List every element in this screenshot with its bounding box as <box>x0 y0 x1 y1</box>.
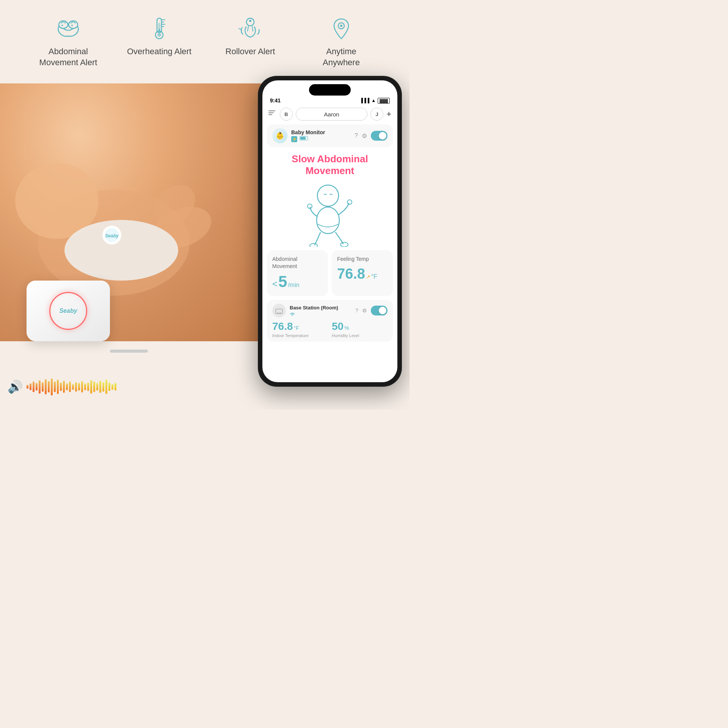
base-station-area: Seaby <box>15 281 129 364</box>
base-temp-value: 76.8 <box>272 320 293 333</box>
signal-icon: ▐▐▐ <box>360 98 370 103</box>
svg-point-2 <box>61 25 63 26</box>
svg-rect-7 <box>158 23 160 30</box>
dynamic-island <box>309 84 351 96</box>
feature-abdominal-label: Abdominal Movement Alert <box>34 46 102 68</box>
stat-unit-movement: /min <box>288 282 299 289</box>
base-controls: ? ⚙ <box>355 306 388 315</box>
baby-animation <box>262 180 397 249</box>
base-toggle-knob <box>379 307 386 314</box>
stat-card-movement: AbdominalMovement < 5 /min <box>267 250 328 296</box>
stat-card-temp: Feeling Temp 76.8 ↗ °F <box>332 250 393 296</box>
phone-frame: 9:41 ▐▐▐ ▲ ▓▓▓ B Aaron J + 👶 <box>258 76 402 387</box>
svg-point-3 <box>71 25 73 26</box>
base-station-device: Seaby <box>27 281 110 341</box>
svg-point-8 <box>157 33 161 37</box>
phone-container: 9:41 ▐▐▐ ▲ ▓▓▓ B Aaron J + 👶 <box>258 76 402 387</box>
device-info: Baby Monitor ⚡ <box>291 129 351 142</box>
base-settings-icon[interactable]: ⚙ <box>362 308 367 314</box>
status-bar: 9:41 ▐▐▐ ▲ ▓▓▓ <box>262 97 397 105</box>
base-temp-label: Indoor Temperature <box>272 333 328 338</box>
base-station-sub <box>290 311 351 316</box>
svg-point-12 <box>340 25 342 27</box>
alert-section: Slow AbdominalMovement <box>262 149 397 180</box>
location-icon <box>328 15 355 42</box>
feature-rollover-label: Rollover Alert <box>226 46 275 57</box>
stat-value-temp: 76.8 <box>337 266 365 282</box>
feature-overheating-label: Overheating Alert <box>127 46 191 57</box>
rollover-icon <box>237 15 264 42</box>
help-icon[interactable]: ? <box>355 132 358 139</box>
nav-name-pill[interactable]: Aaron <box>296 108 367 121</box>
feature-icons-row: Abdominal Movement Alert Overheating Ale… <box>0 0 410 68</box>
app-nav-bar: B Aaron J + <box>262 105 397 123</box>
base-stat-humidity: 50 % Humidity Level <box>332 320 388 338</box>
settings-icon[interactable]: ⚙ <box>362 132 367 140</box>
stats-section: AbdominalMovement < 5 /min Feeling Temp … <box>267 250 393 296</box>
svg-point-25 <box>317 207 339 234</box>
device-controls: ? ⚙ <box>355 131 388 141</box>
stat-value-movement: 5 <box>278 273 287 291</box>
wave-bars <box>27 375 116 398</box>
svg-point-24 <box>317 185 339 206</box>
svg-point-17 <box>64 220 178 281</box>
svg-point-26 <box>308 204 312 209</box>
device-card: 👶 Baby Monitor ⚡ ? ⚙ <box>267 124 393 147</box>
stat-less-than: < <box>272 279 278 289</box>
svg-point-10 <box>249 20 251 22</box>
base-station-info: Base Station (Room) <box>290 305 351 316</box>
feature-abdominal: Abdominal Movement Alert <box>34 15 102 68</box>
nav-bars-icon[interactable] <box>268 110 275 118</box>
svg-point-34 <box>292 315 293 316</box>
base-station-card: Base Station (Room) ? ⚙ <box>267 300 393 342</box>
sound-wave-area: 🔊 <box>8 375 116 398</box>
feature-overheating: Overheating Alert <box>125 15 193 68</box>
base-stat-temp: 76.8 °F Indoor Temperature <box>272 320 328 338</box>
status-time: 9:41 <box>270 97 281 104</box>
temp-arrow: ↗ <box>366 274 370 280</box>
base-station-name: Base Station (Room) <box>290 305 351 311</box>
base-humidity-unit: % <box>344 325 349 331</box>
stat-unit-temp: °F <box>371 273 377 280</box>
thermometer-icon <box>146 15 173 42</box>
cable <box>110 350 148 353</box>
svg-text:Seaby: Seaby <box>105 233 119 238</box>
baby-movement-icon <box>55 15 82 42</box>
stat-label-movement: AbdominalMovement <box>272 256 323 269</box>
alert-text: Slow AbdominalMovement <box>270 153 390 177</box>
nav-avatar-j[interactable]: J <box>370 108 383 121</box>
device-status: ⚡ <box>291 136 351 142</box>
svg-point-27 <box>347 200 352 204</box>
nav-add-button[interactable]: + <box>386 109 391 119</box>
svg-rect-30 <box>276 309 282 314</box>
base-station-header: Base Station (Room) ? ⚙ <box>272 304 388 317</box>
svg-rect-23 <box>268 114 272 115</box>
wifi-icon: ▲ <box>371 98 376 103</box>
svg-rect-21 <box>268 110 275 111</box>
svg-rect-22 <box>268 112 274 113</box>
stat-label-temp: Feeling Temp <box>337 256 388 262</box>
svg-point-29 <box>340 242 348 247</box>
battery-fill <box>300 137 306 140</box>
phone-screen: 9:41 ▐▐▐ ▲ ▓▓▓ B Aaron J + 👶 <box>262 80 397 382</box>
svg-point-28 <box>310 243 317 247</box>
base-station-avatar <box>272 304 286 317</box>
base-humidity-label: Humidity Level <box>332 333 388 338</box>
feature-anytime: AnytimeAnywhere <box>307 15 375 68</box>
base-station-stats: 76.8 °F Indoor Temperature 50 % Humidity… <box>272 320 388 338</box>
battery-indicator <box>300 136 308 140</box>
battery-icon: ▓▓▓ <box>378 98 390 104</box>
bluetooth-status-dot: ⚡ <box>291 136 297 142</box>
speaker-icon: 🔊 <box>8 380 23 394</box>
device-avatar: 👶 <box>272 128 287 143</box>
toggle-knob <box>379 132 386 140</box>
status-icons: ▐▐▐ ▲ ▓▓▓ <box>360 98 390 104</box>
device-toggle[interactable] <box>371 131 388 141</box>
feature-rollover: Rollover Alert <box>216 15 284 68</box>
feature-anytime-label: AnytimeAnywhere <box>323 46 360 68</box>
base-temp-unit: °F <box>294 325 299 331</box>
base-toggle[interactable] <box>371 306 388 315</box>
device-name: Baby Monitor <box>291 129 351 135</box>
nav-avatar-b[interactable]: B <box>280 108 293 121</box>
base-help-icon[interactable]: ? <box>355 308 358 314</box>
